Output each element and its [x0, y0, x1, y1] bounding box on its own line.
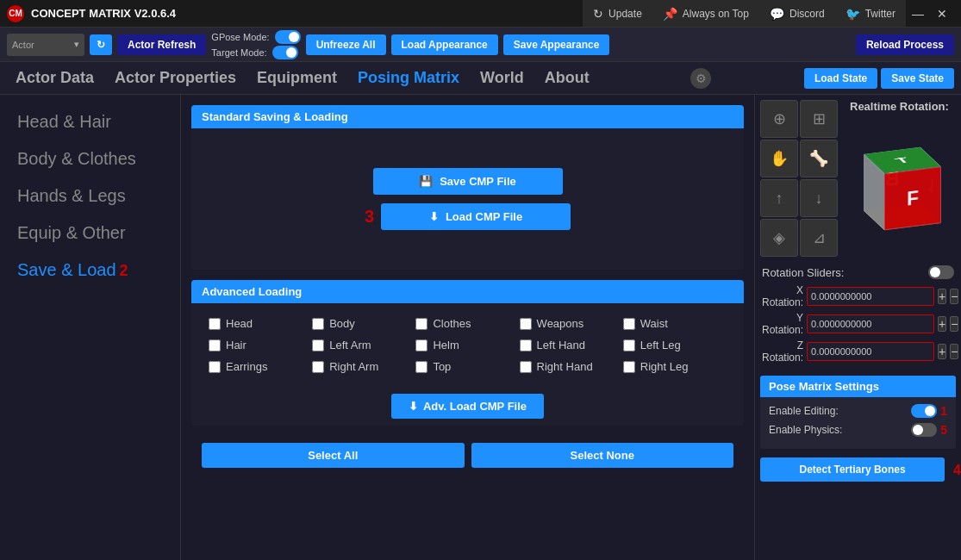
step-3-badge: 3	[365, 207, 374, 227]
checkbox-hair[interactable]: Hair	[209, 339, 312, 352]
checkbox-helm[interactable]: Helm	[415, 339, 519, 352]
load-appearance-button[interactable]: Load Appearance	[391, 34, 498, 55]
z-rotation-label: Z Rotation:	[762, 339, 803, 364]
unfreeze-all-button[interactable]: Unfreeze All	[306, 34, 386, 55]
gpose-toggle[interactable]	[275, 30, 301, 44]
checkbox-left-leg[interactable]: Left Leg	[623, 339, 727, 352]
z-plus-button[interactable]: +	[938, 344, 946, 359]
save-cmp-button[interactable]: 💾 Save CMP File	[373, 168, 563, 195]
bone-icon-2[interactable]: ⊞	[800, 100, 838, 138]
advanced-panel-header: Advanced Loading	[191, 280, 744, 303]
save-cmp-label: Save CMP File	[440, 175, 516, 188]
checkbox-waist[interactable]: Waist	[623, 317, 727, 330]
save-appearance-button[interactable]: Save Appearance	[503, 34, 610, 55]
select-none-button[interactable]: Select None	[471, 443, 734, 468]
enable-editing-toggle[interactable]	[911, 404, 937, 418]
save-icon: 💾	[419, 175, 433, 188]
adv-load-cmp-button[interactable]: ⬇ Adv. Load CMP File	[391, 394, 544, 419]
bone-icon-7[interactable]: ◈	[760, 219, 798, 257]
mode-toggles: GPose Mode: Target Mode:	[211, 30, 300, 59]
x-plus-button[interactable]: +	[938, 289, 946, 304]
twitter-button[interactable]: 🐦 Twitter	[835, 0, 906, 27]
target-toggle[interactable]	[272, 46, 298, 59]
y-minus-button[interactable]: −	[950, 316, 958, 332]
tab-actor-properties[interactable]: Actor Properties	[106, 64, 245, 92]
enable-editing-row: Enable Editing: 1	[769, 404, 947, 418]
x-minus-button[interactable]: −	[950, 289, 958, 304]
checkbox-body[interactable]: Body	[312, 317, 415, 330]
save-load-badge: 2	[120, 262, 128, 279]
rotation-sliders-toggle[interactable]	[928, 265, 954, 279]
minimize-button[interactable]: —	[906, 0, 930, 27]
detect-btn-row: Detect Tertiary Bones 4	[755, 454, 961, 487]
actor-refresh-button[interactable]: Actor Refresh	[117, 34, 206, 55]
sidebar-item-head-hair[interactable]: Head & Hair	[0, 103, 180, 140]
toolbar: Actor ▾ ↻ Actor Refresh GPose Mode: Targ…	[0, 28, 961, 62]
checkbox-top[interactable]: Top	[415, 360, 519, 373]
update-button[interactable]: ↻ Update	[583, 0, 652, 27]
checkbox-right-leg[interactable]: Right Leg	[623, 360, 727, 373]
enable-physics-toggle[interactable]	[911, 423, 937, 437]
sidebar-item-save-load[interactable]: Save & Load2	[0, 252, 180, 289]
standard-panel-title: Standard Saving & Loading	[202, 110, 348, 123]
twitter-label: Twitter	[865, 8, 895, 20]
settings-icon[interactable]: ⚙	[690, 68, 711, 89]
checkbox-right-hand[interactable]: Right Hand	[520, 360, 623, 373]
load-cmp-button[interactable]: ⬇ Load CMP File	[381, 203, 571, 230]
checkbox-left-hand[interactable]: Left Hand	[520, 339, 623, 352]
checkbox-earrings[interactable]: Earrings	[209, 360, 312, 373]
always-on-top-button[interactable]: 📌 Always on Top	[652, 0, 759, 27]
z-rotation-input[interactable]	[807, 342, 934, 361]
checkbox-clothes[interactable]: Clothes	[415, 317, 519, 330]
save-state-button[interactable]: Save State	[881, 68, 954, 89]
sidebar-item-equip-other[interactable]: Equip & Other	[0, 215, 180, 252]
checkbox-weapons[interactable]: Weapons	[520, 317, 623, 330]
logo-text: CM	[9, 9, 22, 18]
app-title: CONCEPT MATRIX V2.0.6.4	[31, 7, 583, 20]
sidebar-item-body-clothes[interactable]: Body & Clothes	[0, 140, 180, 177]
update-icon: ↻	[593, 7, 603, 21]
actor-selector[interactable]: Actor ▾	[7, 34, 84, 56]
bone-icon-5[interactable]: ↑	[760, 179, 798, 217]
tab-world[interactable]: World	[471, 64, 533, 92]
refresh-button[interactable]: ↻	[90, 34, 112, 55]
tab-about[interactable]: About	[536, 64, 598, 92]
detect-badge: 4	[953, 463, 961, 478]
enable-editing-label: Enable Editing:	[769, 405, 839, 417]
bone-icon-3[interactable]: ✋	[760, 140, 798, 177]
bone-icon-8[interactable]: ⊿	[800, 219, 838, 257]
bone-icon-6[interactable]: ↓	[800, 179, 838, 217]
y-rotation-label: Y Rotation:	[762, 312, 803, 336]
checkbox-right-arm[interactable]: Right Arm	[312, 360, 415, 373]
editing-badge: 1	[940, 404, 947, 418]
checkbox-head[interactable]: Head	[209, 317, 312, 330]
pin-icon: 📌	[663, 7, 677, 21]
titlebar: CM CONCEPT MATRIX V2.0.6.4 ↻ Update 📌 Al…	[0, 0, 961, 28]
rotation-title: Realtime Rotation:	[843, 95, 961, 115]
z-rotation-row: Z Rotation: + −	[762, 339, 954, 364]
detect-tertiary-bones-button[interactable]: Detect Tertiary Bones	[760, 457, 945, 482]
tab-actor-data[interactable]: Actor Data	[7, 64, 103, 92]
enable-physics-row: Enable Physics: 5	[769, 423, 947, 437]
tab-equipment[interactable]: Equipment	[248, 64, 346, 92]
y-plus-button[interactable]: +	[938, 316, 946, 332]
y-rotation-input[interactable]	[807, 314, 934, 333]
bone-icon-1[interactable]: ⊕	[760, 100, 798, 138]
sidebar-item-hands-legs[interactable]: Hands & Legs	[0, 177, 180, 215]
select-all-button[interactable]: Select All	[202, 443, 465, 468]
reload-process-button[interactable]: Reload Process	[856, 34, 954, 55]
z-minus-button[interactable]: −	[950, 344, 958, 359]
checkbox-left-arm[interactable]: Left Arm	[312, 339, 415, 352]
y-rotation-row: Y Rotation: + −	[762, 312, 954, 336]
discord-button[interactable]: 💬 Discord	[759, 0, 835, 27]
tab-posing-matrix[interactable]: Posing Matrix	[349, 64, 468, 92]
bone-icon-4[interactable]: 🦴	[800, 140, 838, 177]
x-rotation-input[interactable]	[807, 287, 934, 306]
advanced-panel-body: Head Body Clothes Weapons Waist Hair Lef…	[191, 303, 744, 426]
checkboxes-grid: Head Body Clothes Weapons Waist Hair Lef…	[191, 303, 744, 387]
actor-label: Actor	[12, 40, 34, 50]
rotation-sliders-label: Rotation Sliders:	[762, 266, 844, 279]
load-state-button[interactable]: Load State	[804, 68, 877, 89]
x-rotation-row: X Rotation: + −	[762, 284, 954, 308]
close-button[interactable]: ✕	[930, 0, 954, 27]
